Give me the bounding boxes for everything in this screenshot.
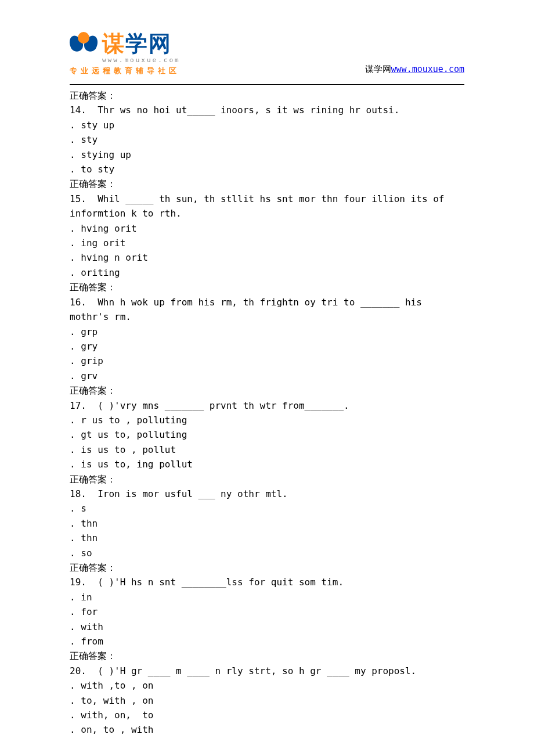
- question-option: . gry: [70, 339, 464, 354]
- question-option: . with: [70, 620, 464, 634]
- logo-icon: [70, 32, 98, 56]
- site-link-url[interactable]: www.mouxue.com: [391, 64, 464, 74]
- question-option: . stying up: [70, 147, 464, 162]
- question-stem: 18. Iron is mor usful ___ ny othr mtl.: [70, 487, 464, 501]
- question-stem: 17. ( )'vry mns _______ prvnt th wtr fro…: [70, 398, 464, 413]
- question-option: . thn: [70, 516, 464, 531]
- answer-label: 正确答案：: [70, 649, 464, 663]
- question-option: . thn: [70, 531, 464, 545]
- question-option: . is us to , pollut: [70, 442, 464, 457]
- question-option: . hving n orit: [70, 250, 464, 265]
- logo-domain: www.mouxue.com: [102, 56, 181, 64]
- question-stem: 15. Whil _____ th sun, th stllit hs snt …: [70, 192, 464, 221]
- question-option: . in: [70, 590, 464, 604]
- question-option: . to, with , on: [70, 693, 464, 708]
- question-option: . grp: [70, 325, 464, 339]
- question-option: . r us to , polluting: [70, 413, 464, 427]
- answer-label: 正确答案：: [70, 88, 464, 103]
- logo-char3: 网: [149, 31, 172, 56]
- question-option: . gt us to, polluting: [70, 427, 464, 442]
- question-stem: 20. ( )'H gr ____ m ____ n rly strt, so …: [70, 664, 464, 678]
- page-header: 谋学网 www.mouxue.com 专业远程教育辅导社区 谋学网www.mou…: [0, 0, 534, 82]
- logo-text: 谋学网: [102, 29, 172, 59]
- question-option: . s: [70, 501, 464, 516]
- question-option: . sty: [70, 132, 464, 147]
- question-stem: 19. ( )'H hs n snt ________lss for quit …: [70, 575, 464, 589]
- logo-main: 谋学网: [70, 29, 181, 59]
- logo-char1: 谋: [102, 31, 125, 56]
- answer-label: 正确答案：: [70, 280, 464, 294]
- question-option: . on, to , with: [70, 722, 464, 737]
- question-option: . grip: [70, 354, 464, 368]
- question-option: . with ,to , on: [70, 678, 464, 693]
- answer-label: 正确答案：: [70, 177, 464, 191]
- site-link: 谋学网www.mouxue.com: [365, 64, 464, 76]
- answer-label: 正确答案：: [70, 383, 464, 398]
- content-area: 正确答案： 14. Thr ws no hoi ut_____ inoors, …: [0, 88, 534, 737]
- question-option: . is us to, ing pollut: [70, 457, 464, 471]
- site-link-prefix: 谋学网: [365, 64, 391, 74]
- question-option: . grv: [70, 369, 464, 383]
- logo-tagline: 专业远程教育辅导社区: [70, 66, 181, 76]
- question-option: . hving orit: [70, 221, 464, 236]
- question-option: . so: [70, 546, 464, 560]
- question-option: . ing orit: [70, 236, 464, 250]
- answer-label: 正确答案：: [70, 472, 464, 487]
- question-stem: 16. Whn h wok up from his rm, th frightn…: [70, 295, 464, 325]
- logo-block: 谋学网 www.mouxue.com 专业远程教育辅导社区: [70, 29, 181, 76]
- question-option: . sty up: [70, 118, 464, 132]
- answer-label: 正确答案：: [70, 560, 464, 575]
- question-option: . for: [70, 604, 464, 619]
- question-option: . from: [70, 634, 464, 649]
- question-option: . with, on, to: [70, 708, 464, 722]
- header-divider: [70, 84, 464, 85]
- question-option: . to sty: [70, 162, 464, 177]
- question-stem: 14. Thr ws no hoi ut_____ inoors, s it w…: [70, 103, 464, 117]
- question-option: . oriting: [70, 265, 464, 280]
- logo-char2: 学: [125, 31, 149, 56]
